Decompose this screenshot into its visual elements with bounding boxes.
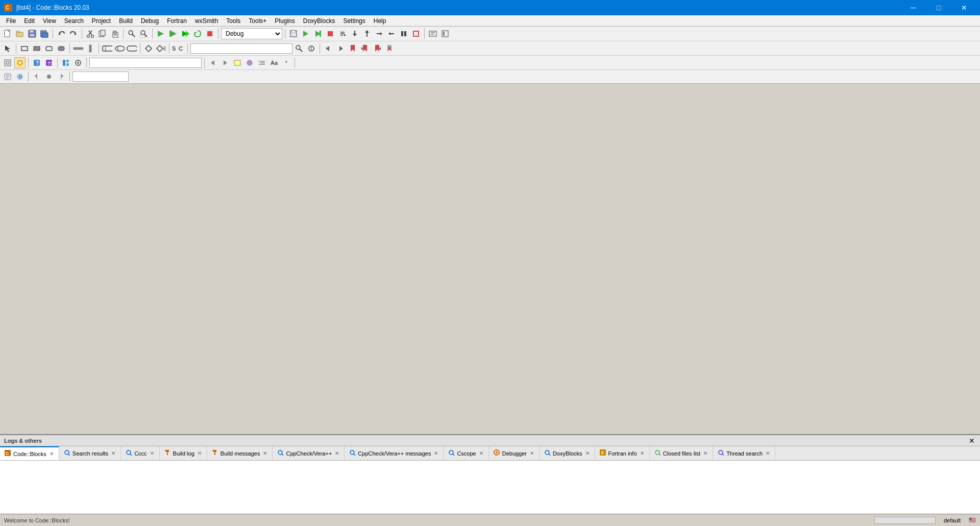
rounded-rect-button[interactable]: [43, 43, 55, 54]
tab-cscope[interactable]: Cscope✕: [444, 446, 488, 461]
loop-button[interactable]: [102, 43, 113, 54]
tab-searchresults[interactable]: Search results✕: [59, 446, 121, 461]
tab-close-cppcheck[interactable]: ✕: [334, 450, 340, 457]
save-button[interactable]: [27, 28, 38, 39]
manager-button[interactable]: [60, 57, 71, 68]
menu-wxsmith[interactable]: wxSmith: [191, 15, 222, 27]
minimize-button[interactable]: ─: [901, 0, 925, 15]
tab-close-searchresults[interactable]: ✕: [110, 450, 116, 457]
tab-close-doxyblocks[interactable]: ✕: [584, 450, 591, 457]
forward-button[interactable]: [219, 57, 231, 68]
watches-button[interactable]: [427, 28, 438, 39]
highlight-button[interactable]: [232, 57, 243, 68]
doxyblocks1[interactable]: [2, 71, 13, 82]
menu-help[interactable]: Help: [370, 15, 390, 27]
find-button[interactable]: [126, 28, 137, 39]
tab-threadsearch[interactable]: Thread search✕: [713, 446, 775, 461]
tab-close-closedfiles[interactable]: ✕: [702, 450, 708, 457]
build-config-select[interactable]: Debug Release: [221, 28, 282, 39]
menu-edit[interactable]: Edit: [20, 15, 39, 27]
doxyblocks2[interactable]: D: [14, 71, 26, 82]
tab-close-threadsearch[interactable]: ✕: [765, 450, 771, 457]
debug-pause-button[interactable]: [398, 28, 409, 39]
indent-button[interactable]: [256, 57, 267, 68]
debug-run-button[interactable]: [300, 28, 311, 39]
debug-next2-button[interactable]: [374, 28, 385, 39]
rect-button[interactable]: [19, 43, 30, 54]
dot-button[interactable]: [43, 71, 55, 82]
tab-close-cppcheck2[interactable]: ✕: [433, 450, 439, 457]
copy-button[interactable]: [97, 28, 108, 39]
back-button[interactable]: [207, 57, 218, 68]
if-button[interactable]: [143, 43, 154, 54]
cut-button[interactable]: [85, 28, 96, 39]
menu-debug[interactable]: Debug: [137, 15, 163, 27]
menu-tools-plus[interactable]: Tools+: [244, 15, 271, 27]
symbol-search-input[interactable]: [190, 43, 292, 54]
pointer-button[interactable]: [2, 43, 13, 54]
undo-button[interactable]: [56, 28, 67, 39]
prev-bookmark-button[interactable]: [359, 43, 371, 54]
menu-doxyblocks[interactable]: DoxyBlocks: [299, 15, 339, 27]
close-button[interactable]: ✕: [952, 0, 976, 15]
tab-cppcheck2[interactable]: CppCheck/Vera++ messages✕: [345, 446, 444, 461]
build-button[interactable]: [155, 28, 166, 39]
debug-step-out-button[interactable]: [361, 28, 373, 39]
menu-plugins[interactable]: Plugins: [271, 15, 299, 27]
goto-input[interactable]: [72, 71, 129, 82]
debug-step-button[interactable]: [349, 28, 360, 39]
maximize-button[interactable]: □: [927, 0, 950, 15]
menu-file[interactable]: File: [2, 15, 20, 27]
run-button[interactable]: [167, 28, 179, 39]
horiz-bar-button[interactable]: [72, 43, 84, 54]
rebuild-button[interactable]: [192, 28, 203, 39]
clear-bookmarks-button[interactable]: [384, 43, 395, 54]
build-target-button[interactable]: [14, 57, 26, 68]
jump-forward-button[interactable]: [335, 43, 346, 54]
help1-button[interactable]: ?: [31, 57, 42, 68]
uppercase-button[interactable]: Aa: [268, 57, 280, 68]
while-button[interactable]: [114, 43, 125, 54]
tab-close-codeblocks[interactable]: ✕: [48, 450, 55, 457]
jump-back2-button[interactable]: [31, 71, 42, 82]
settings-button[interactable]: [72, 57, 84, 68]
jump-forward2-button[interactable]: [56, 71, 67, 82]
debug-run2-button[interactable]: [312, 28, 324, 39]
tab-close-cscope[interactable]: ✕: [478, 450, 484, 457]
tab-codeblocks[interactable]: CCode::Blocks✕: [0, 446, 59, 461]
menu-tools[interactable]: Tools: [222, 15, 244, 27]
menu-build[interactable]: Build: [115, 15, 137, 27]
menu-settings[interactable]: Settings: [339, 15, 369, 27]
tab-cppcheck[interactable]: CppCheck/Vera++✕: [273, 446, 345, 461]
tab-closedfiles[interactable]: Closed files list✕: [650, 446, 713, 461]
tab-debugger[interactable]: Debugger✕: [489, 446, 540, 461]
tab-doxyblocks[interactable]: DoxyBlocks✕: [540, 446, 595, 461]
paste-button[interactable]: [109, 28, 120, 39]
tab-close-debugger[interactable]: ✕: [529, 450, 535, 457]
menu-project[interactable]: Project: [88, 15, 115, 27]
bookmark-button[interactable]: [347, 43, 358, 54]
help2-button[interactable]: ??: [43, 57, 55, 68]
debug-stop-button[interactable]: [325, 28, 336, 39]
save-all-button[interactable]: [39, 28, 50, 39]
do-while-button[interactable]: [126, 43, 137, 54]
menu-view[interactable]: View: [39, 15, 60, 27]
next-bookmark-button[interactable]: [372, 43, 383, 54]
debug-next-button[interactable]: [337, 28, 348, 39]
tab-cccc[interactable]: Cccc✕: [121, 446, 159, 461]
stop-button[interactable]: [204, 28, 215, 39]
new-button[interactable]: [2, 28, 13, 39]
vert-bar-button[interactable]: [85, 43, 96, 54]
search-input[interactable]: [89, 58, 202, 68]
tab-fortraninfo[interactable]: FFortran info✕: [595, 446, 650, 461]
tab-buildlog[interactable]: Build log✕: [160, 446, 207, 461]
symbol-search-go-button[interactable]: [293, 43, 305, 54]
redo-button[interactable]: [68, 28, 79, 39]
menu-fortran[interactable]: Fortran: [163, 15, 191, 27]
jump-back-button[interactable]: [323, 43, 334, 54]
filled-rect-button[interactable]: [31, 43, 42, 54]
build-run-button[interactable]: [180, 28, 191, 39]
panel-close-button[interactable]: ✕: [968, 437, 976, 445]
tab-close-buildmessages[interactable]: ✕: [262, 450, 268, 457]
debug-save-button[interactable]: [288, 28, 299, 39]
